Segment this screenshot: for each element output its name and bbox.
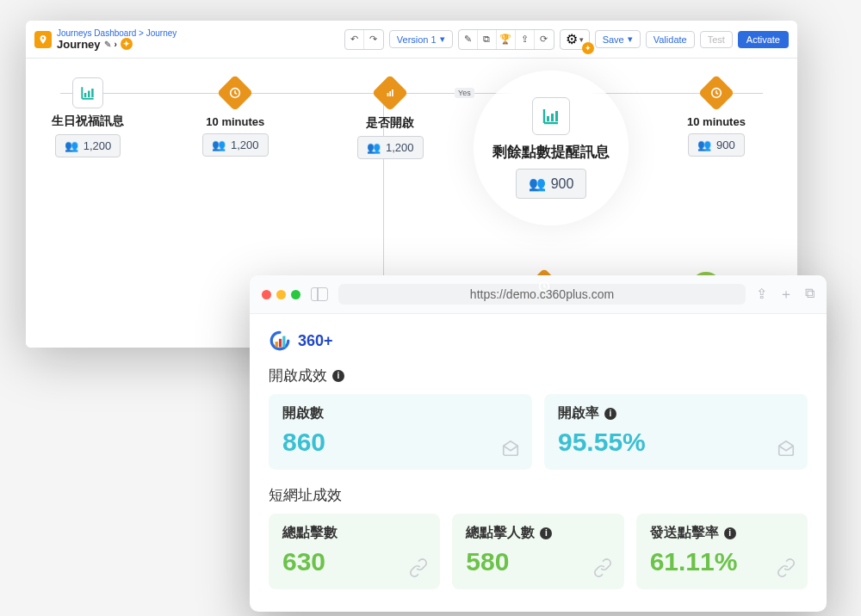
save-button[interactable]: Save ▾	[595, 30, 641, 48]
node-label: 剩餘點數提醒訊息	[492, 142, 610, 162]
tabs-icon[interactable]: ⧉	[805, 286, 815, 304]
cards-row-open: 開啟數 860 開啟率 i 95.55%	[269, 394, 808, 470]
card-opens[interactable]: 開啟數 860	[269, 394, 532, 470]
browser-actions: ⇪ ＋ ⧉	[756, 286, 815, 304]
people-icon: 👥	[367, 141, 381, 154]
info-icon[interactable]: i	[332, 370, 344, 382]
node-count: 👥 900	[688, 133, 745, 157]
link-icon	[777, 558, 796, 577]
page-title: Journey	[57, 38, 101, 51]
wait-icon	[699, 76, 734, 110]
validate-button[interactable]: Validate	[646, 31, 695, 48]
svg-rect-14	[282, 336, 285, 348]
wait-icon	[218, 76, 252, 110]
undo-icon[interactable]: ↶	[345, 30, 364, 49]
svg-rect-5	[390, 91, 392, 96]
export-icon[interactable]: ⇪	[516, 30, 535, 49]
svg-rect-2	[91, 89, 94, 97]
redo-icon[interactable]: ↷	[364, 30, 383, 49]
breadcrumb-path[interactable]: Journeys Dashboard > Journey	[57, 28, 177, 38]
location-icon	[34, 31, 52, 48]
card-value: 61.11%	[650, 547, 794, 576]
journey-node-wait-2[interactable]: 10 minutes 👥 900	[687, 76, 746, 157]
share-icon[interactable]: ⇪	[756, 286, 767, 304]
svg-rect-12	[276, 342, 278, 348]
hint-icon[interactable]: ✦	[121, 38, 133, 50]
journey-header: Journeys Dashboard > Journey Journey ✎ ›…	[26, 21, 797, 59]
svg-rect-0	[84, 93, 87, 97]
card-value: 630	[282, 547, 426, 576]
close-icon[interactable]	[262, 290, 271, 299]
card-title: 總點擊數	[282, 524, 426, 542]
card-open-rate[interactable]: 開啟率 i 95.55%	[544, 394, 808, 470]
logo-icon	[269, 330, 291, 352]
activate-button[interactable]: Activate	[738, 31, 789, 48]
info-icon[interactable]: i	[604, 408, 616, 420]
maximize-icon[interactable]	[291, 290, 300, 299]
node-label: 10 minutes	[687, 115, 746, 128]
svg-rect-8	[551, 114, 554, 121]
journey-header-left: Journeys Dashboard > Journey Journey ✎ ›…	[34, 28, 177, 51]
hint-icon: ✦	[582, 42, 594, 54]
card-ctr[interactable]: 發送點擊率 i 61.11%	[636, 514, 808, 589]
node-count: 👥 900	[516, 169, 587, 199]
breadcrumb: Journeys Dashboard > Journey Journey ✎ ›…	[57, 28, 177, 51]
people-icon: 👥	[529, 176, 546, 192]
info-icon[interactable]: i	[540, 527, 552, 539]
sidebar-toggle-icon[interactable]	[311, 287, 328, 301]
card-title: 開啟率 i	[558, 404, 794, 422]
gear-icon: ⚙	[566, 31, 578, 47]
section-shorturl-performance: 短網址成效	[269, 485, 808, 505]
minimize-icon[interactable]	[276, 290, 286, 299]
test-button: Test	[700, 31, 733, 48]
journey-node-wait-1[interactable]: 10 minutes 👥 1,200	[202, 76, 269, 157]
logo-text: 360+	[298, 332, 333, 350]
chevron-down-icon: ▾	[628, 34, 633, 45]
journey-node-decision[interactable]: 是否開啟 👥 1,200	[357, 76, 424, 159]
decision-icon	[373, 76, 407, 110]
import-icon[interactable]: ⟳	[535, 30, 554, 49]
new-tab-icon[interactable]: ＋	[779, 286, 793, 304]
dashboard-body: 360+ 開啟成效 i 開啟數 860 開啟率 i 95.5	[250, 314, 827, 612]
app-logo: 360+	[269, 330, 808, 352]
svg-rect-7	[547, 116, 549, 121]
undo-redo-group: ↶ ↷	[344, 29, 384, 50]
card-title: 開啟數	[282, 404, 518, 422]
card-clickers[interactable]: 總點擊人數 i 580	[452, 514, 623, 589]
journey-node-highlighted[interactable]: 剩餘點數提醒訊息 👥 900	[474, 71, 629, 225]
people-icon: 👥	[697, 139, 711, 151]
svg-rect-13	[279, 339, 282, 348]
node-label: 10 minutes	[206, 115, 264, 128]
svg-rect-4	[387, 93, 389, 96]
chevron-down-icon: ▾	[579, 35, 584, 44]
svg-rect-1	[88, 91, 90, 98]
svg-rect-9	[555, 111, 558, 121]
card-value: 860	[282, 428, 518, 457]
info-icon[interactable]: i	[724, 527, 736, 539]
card-value: 580	[466, 547, 610, 576]
card-value: 95.55%	[558, 428, 794, 457]
pencil-icon[interactable]: ✎	[459, 30, 478, 49]
edit-icon[interactable]: ✎	[104, 40, 111, 49]
people-icon: 👥	[212, 139, 226, 151]
settings-button[interactable]: ⚙ ▾ ✦	[560, 29, 590, 50]
people-icon: 👥	[65, 139, 78, 152]
journey-node-birthday[interactable]: 生日祝福訊息 👥 1,200	[52, 77, 124, 157]
card-title: 發送點擊率 i	[650, 524, 794, 542]
chevron-down-icon: ▾	[440, 34, 445, 45]
trophy-icon[interactable]: 🏆	[497, 30, 516, 49]
tool-group: ✎ ⧉ 🏆 ⇪ ⟳	[458, 29, 554, 50]
card-clicks[interactable]: 總點擊數 630	[269, 514, 440, 589]
section-open-performance: 開啟成效 i	[269, 366, 808, 385]
chart-icon	[532, 97, 570, 135]
node-label: 是否開啟	[366, 115, 414, 131]
node-label: 生日祝福訊息	[52, 114, 124, 129]
version-dropdown[interactable]: Version 1 ▾	[389, 30, 453, 48]
chart-icon	[72, 77, 103, 108]
yes-label: Yes	[455, 88, 474, 98]
copy-icon[interactable]: ⧉	[478, 30, 497, 49]
node-count: 👥 1,200	[357, 136, 424, 159]
envelope-open-icon	[501, 439, 520, 458]
version-label: Version 1	[397, 34, 437, 45]
link-icon	[409, 558, 428, 577]
